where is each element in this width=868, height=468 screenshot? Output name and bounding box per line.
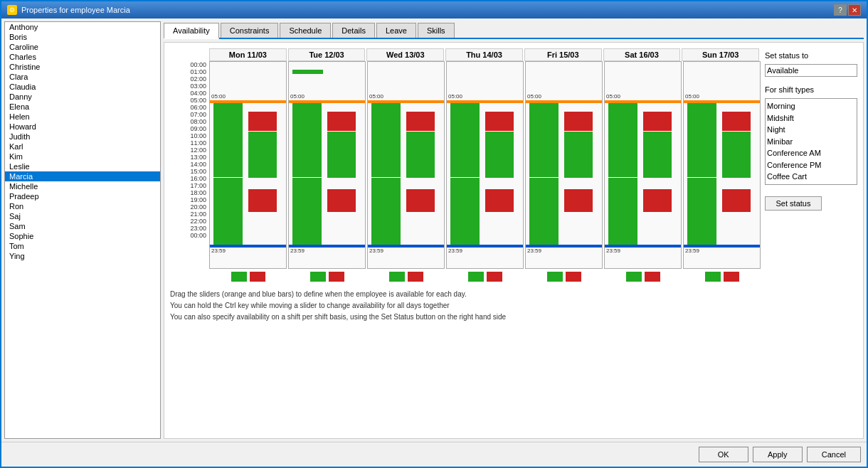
orange-slider[interactable] <box>605 100 681 103</box>
legend-col <box>209 272 287 283</box>
employee-item[interactable]: Claudia <box>5 82 160 92</box>
time-label: 13:00 <box>170 154 209 161</box>
shift-type-item[interactable]: Midshift <box>767 112 855 124</box>
employee-item[interactable]: Christine <box>5 62 160 72</box>
day-header: Wed 13/03 <box>366 48 444 61</box>
legend-green-box <box>310 272 326 282</box>
end-time-marker: 23:59 <box>290 248 305 254</box>
time-label: 22:00 <box>170 218 209 225</box>
employee-item[interactable]: Helen <box>5 112 160 122</box>
employee-item[interactable]: Marcia <box>5 171 160 181</box>
employee-item[interactable]: Michelle <box>5 181 160 191</box>
employee-item[interactable]: Pradeep <box>5 191 160 201</box>
apply-button[interactable]: Apply <box>753 447 803 462</box>
employee-item[interactable]: Tom <box>5 241 160 251</box>
shift-type-item[interactable]: Morning <box>767 100 855 112</box>
orange-slider[interactable] <box>210 100 286 103</box>
employee-item[interactable]: Sam <box>5 221 160 231</box>
time-label: 14:00 <box>170 161 209 168</box>
avail-bar-green-bottom <box>371 178 401 245</box>
day-header: Sun 17/03 <box>682 48 759 61</box>
employee-item[interactable]: Clara <box>5 72 160 82</box>
employee-item[interactable]: Caroline <box>5 42 160 52</box>
orange-slider[interactable] <box>526 100 602 103</box>
employee-item[interactable]: Saj <box>5 211 160 221</box>
status-dropdown[interactable]: AvailableUnavailablePreferred <box>765 64 857 77</box>
start-time-marker: 05:00 <box>211 93 226 100</box>
set-status-button[interactable]: Set status <box>765 196 822 211</box>
time-label: 18:00 <box>170 189 209 196</box>
employee-list[interactable]: AnthonyBorisCarolineCharlesChristineClar… <box>4 21 161 439</box>
blue-slider[interactable] <box>526 245 602 248</box>
time-label: 16:00 <box>170 175 209 182</box>
employee-item[interactable]: Judith <box>5 132 160 142</box>
orange-slider[interactable] <box>289 100 365 103</box>
instruction-line: You can also specify availability on a s… <box>170 312 761 323</box>
avail-bar-green-bottom <box>450 178 480 245</box>
shift-type-item[interactable]: Conference AM <box>767 147 855 159</box>
set-status-label: Set status to <box>765 51 857 60</box>
grid-wrapper: Mon 11/03Tue 12/03Wed 13/03Thu 14/03Fri … <box>170 48 761 269</box>
time-labels: 00:0001:0002:0003:0004:0005:0006:0007:00… <box>170 61 209 269</box>
main-window: ⚙ Properties for employee Marcia ? ✕ Ant… <box>0 0 868 468</box>
instruction-line: Drag the sliders (orange and blue bars) … <box>170 289 761 300</box>
legend-red-box <box>645 272 660 282</box>
legend-red-box <box>329 272 344 282</box>
employee-item[interactable]: Howard <box>5 122 160 132</box>
avail-bar-green-bottom <box>687 178 716 245</box>
avail-bar-green-right <box>327 132 356 178</box>
blue-slider[interactable] <box>289 245 365 248</box>
shift-type-item[interactable]: Night <box>767 124 855 136</box>
employee-item[interactable]: Karl <box>5 142 160 151</box>
day-column: 05:0023:59 <box>209 61 287 269</box>
main-content: AnthonyBorisCarolineCharlesChristineClar… <box>1 18 867 442</box>
blue-slider[interactable] <box>368 245 444 248</box>
orange-slider[interactable] <box>368 100 444 103</box>
tab-constraints[interactable]: Constraints <box>221 23 279 38</box>
time-label: 04:00 <box>170 90 209 97</box>
end-time-marker: 23:59 <box>369 248 383 254</box>
shift-types-list: MorningMidshiftNightMinibarConference AM… <box>765 98 857 185</box>
avail-bar-green-left <box>687 100 716 177</box>
blue-slider[interactable] <box>210 245 286 248</box>
end-time-marker: 23:59 <box>606 248 620 254</box>
blue-slider[interactable] <box>447 245 523 248</box>
end-time-marker: 23:59 <box>685 248 699 254</box>
instructions: Drag the sliders (orange and blue bars) … <box>170 289 761 323</box>
tab-details[interactable]: Details <box>332 23 375 38</box>
orange-slider[interactable] <box>447 100 523 103</box>
time-label: 11:00 <box>170 139 209 147</box>
shift-type-item[interactable]: Conference PM <box>767 159 855 171</box>
employee-item[interactable]: Danny <box>5 92 160 102</box>
ok-button[interactable]: OK <box>699 447 748 462</box>
tab-leave[interactable]: Leave <box>376 23 416 38</box>
avail-bar-green-right <box>643 132 672 178</box>
legend-col <box>525 272 603 283</box>
employee-item[interactable]: Sophie <box>5 231 160 241</box>
tab-skills[interactable]: Skills <box>418 23 455 38</box>
employee-item[interactable]: Anthony <box>5 22 160 32</box>
close-button[interactable]: ✕ <box>848 4 861 16</box>
employee-item[interactable]: Kim <box>5 151 160 161</box>
employee-item[interactable]: Elena <box>5 102 160 112</box>
employee-item[interactable]: Charles <box>5 52 160 62</box>
window-title: Properties for employee Marcia <box>21 6 130 14</box>
employee-item[interactable]: Boris <box>5 32 160 42</box>
time-label: 00:00 <box>170 61 209 68</box>
orange-slider[interactable] <box>684 100 760 103</box>
shift-type-item[interactable]: Coffee Cart <box>767 171 855 183</box>
tab-schedule[interactable]: Schedule <box>280 23 331 38</box>
day-column: 05:0023:59 <box>683 61 761 269</box>
cancel-button[interactable]: Cancel <box>807 447 861 462</box>
start-time-marker: 05:00 <box>527 93 541 100</box>
tab-availability[interactable]: Availability <box>164 23 219 39</box>
legend-green-box <box>547 272 563 282</box>
blue-slider[interactable] <box>684 245 760 248</box>
employee-item[interactable]: Ying <box>5 251 160 261</box>
employee-item[interactable]: Leslie <box>5 161 160 171</box>
employee-item[interactable]: Ron <box>5 201 160 211</box>
help-button[interactable]: ? <box>834 4 847 16</box>
time-label: 03:00 <box>170 83 209 90</box>
shift-type-item[interactable]: Minibar <box>767 136 855 148</box>
blue-slider[interactable] <box>605 245 681 248</box>
